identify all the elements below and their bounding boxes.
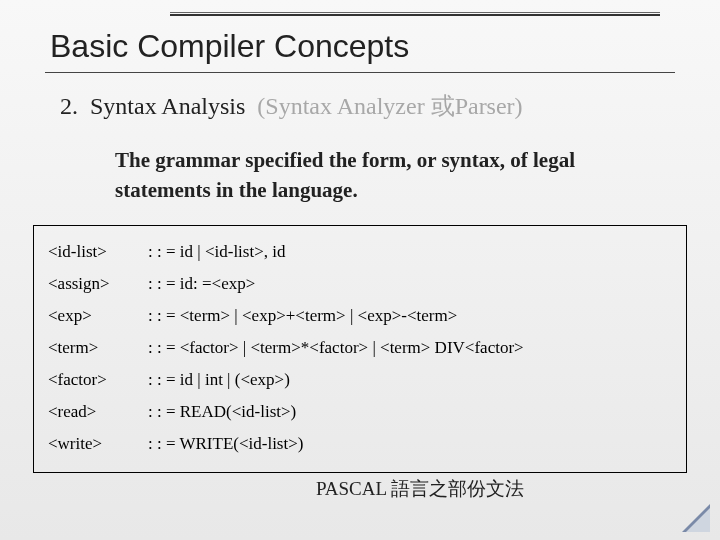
- grammar-lhs: <assign>: [48, 268, 138, 300]
- grammar-rhs: : : = id | <id-list>, id: [138, 236, 672, 268]
- grammar-lhs: <id-list>: [48, 236, 138, 268]
- grammar-lhs: <write>: [48, 428, 138, 460]
- subtitle-number: 2.: [60, 93, 78, 119]
- grammar-row: <read>: : = READ(<id-list>): [48, 396, 672, 428]
- grammar-row: <exp>: : = <term> | <exp>+<term> | <exp>…: [48, 300, 672, 332]
- title-underline: [45, 72, 675, 73]
- grammar-rhs: : : = <term> | <exp>+<term> | <exp>-<ter…: [138, 300, 672, 332]
- grammar-row: <factor>: : = id | int | (<exp>): [48, 364, 672, 396]
- subtitle-paren: (Syntax Analyzer 或Parser): [257, 93, 522, 119]
- grammar-rhs: : : = READ(<id-list>): [138, 396, 672, 428]
- grammar-row: <term>: : = <factor> | <term>*<factor> |…: [48, 332, 672, 364]
- subtitle-main: Syntax Analysis: [90, 93, 245, 119]
- grammar-rhs: : : = id | int | (<exp>): [138, 364, 672, 396]
- grammar-lhs: <read>: [48, 396, 138, 428]
- grammar-box: <id-list>: : = id | <id-list>, id<assign…: [33, 225, 687, 473]
- grammar-rhs: : : = WRITE(<id-list>): [138, 428, 672, 460]
- grammar-row: <write>: : = WRITE(<id-list>): [48, 428, 672, 460]
- header-rule: [170, 12, 660, 16]
- page-corner-decoration: [678, 500, 710, 532]
- grammar-rhs: : : = <factor> | <term>*<factor> | <term…: [138, 332, 672, 364]
- body-paragraph: The grammar specified the form, or synta…: [115, 145, 660, 206]
- slide-subtitle: 2. Syntax Analysis (Syntax Analyzer 或Par…: [60, 90, 523, 122]
- grammar-rhs: : : = id: =<exp>: [138, 268, 672, 300]
- grammar-row: <assign>: : = id: =<exp>: [48, 268, 672, 300]
- grammar-caption: PASCAL 語言之部份文法: [0, 476, 660, 502]
- grammar-lhs: <exp>: [48, 300, 138, 332]
- grammar-lhs: <term>: [48, 332, 138, 364]
- grammar-table: <id-list>: : = id | <id-list>, id<assign…: [48, 236, 672, 460]
- grammar-lhs: <factor>: [48, 364, 138, 396]
- slide-title: Basic Compiler Concepts: [50, 28, 409, 65]
- grammar-row: <id-list>: : = id | <id-list>, id: [48, 236, 672, 268]
